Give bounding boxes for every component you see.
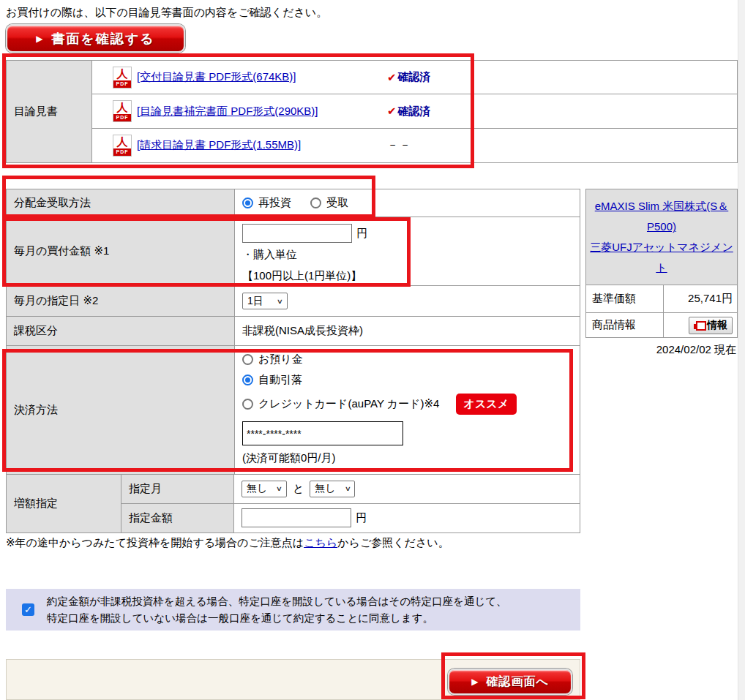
confirm-screen-button-label: 確認画面へ bbox=[486, 674, 548, 690]
radio-button-icon[interactable] bbox=[310, 197, 321, 208]
check-documents-button[interactable]: ▶ 書面を確認する bbox=[6, 24, 185, 53]
radio-button-icon[interactable] bbox=[242, 197, 253, 208]
status-confirmed: 確認済 bbox=[398, 70, 431, 84]
intro-text: お買付けの際は、以下の目論見等書面の内容をご確認ください。 bbox=[6, 6, 327, 20]
prospectus-link-hokan[interactable]: [目論見書補完書面 PDF形式(290KB)] bbox=[137, 105, 387, 118]
purchase-unit-note: ・購入単位 bbox=[242, 244, 580, 265]
tax-category-value: 非課税(NISA成長投資枠) bbox=[235, 317, 580, 345]
distribution-label: 分配金受取方法 bbox=[7, 189, 235, 217]
nav-price-value: 25,741円 bbox=[664, 285, 737, 312]
radio-credit-card[interactable]: クレジットカード(auPAY カード)※4 オススメ bbox=[242, 394, 580, 415]
start-midyear-note: ※年の途中からつみたて投資枠を開始する場合のご注意点はこちらからご参照ください。 bbox=[6, 536, 449, 550]
row-increase-amount: 指定金額 円 bbox=[121, 504, 580, 533]
agreement-checkbox[interactable]: ✓ bbox=[22, 603, 34, 616]
kochira-link[interactable]: こちら bbox=[304, 536, 337, 549]
designated-day-value: 1日 ∨ bbox=[235, 286, 580, 316]
product-info-button[interactable]: 情報 bbox=[689, 317, 733, 334]
unit-yen: 円 bbox=[356, 511, 367, 525]
increase-amount-input[interactable] bbox=[242, 508, 351, 527]
distribution-value: 再投資 受取 bbox=[235, 189, 580, 217]
check-icon: ✔ bbox=[387, 71, 397, 84]
radio-button-icon[interactable] bbox=[242, 354, 253, 365]
empty-cell bbox=[473, 94, 737, 127]
chevron-down-icon: ∨ bbox=[277, 298, 283, 305]
pdf-icon: 人 PDF bbox=[113, 67, 132, 89]
purchase-minimum-note: 【100円以上(1円単位)】 bbox=[242, 265, 580, 286]
row-designated-day: 毎月の指定日 ※2 1日 ∨ bbox=[6, 286, 580, 317]
designated-day-select[interactable]: 1日 ∨ bbox=[242, 293, 288, 309]
conjunction-text: と bbox=[293, 482, 304, 496]
order-form-table: 分配金受取方法 再投資 受取 毎月の買付金額 ※1 円 ・購入単位 【100円以… bbox=[6, 189, 580, 533]
row-tax-category: 課税区分 非課税(NISA成長投資枠) bbox=[6, 317, 580, 346]
table-row: 人 PDF [請求目論見書 PDF形式(1.55MB)] －－ bbox=[92, 129, 737, 162]
designated-day-label: 毎月の指定日 ※2 bbox=[7, 286, 235, 316]
fund-info-panel: eMAXIS Slim 米国株式(S＆P500) 三菱UFJアセットマネジメント… bbox=[585, 189, 738, 338]
fund-info-header: eMAXIS Slim 米国株式(S＆P500) 三菱UFJアセットマネジメント bbox=[586, 189, 737, 285]
increase-month-label: 指定月 bbox=[121, 475, 234, 503]
empty-cell bbox=[473, 129, 737, 162]
agreement-box: ✓ 約定金額が非課税投資枠を超える場合、特定口座を開設している場合はその特定口座… bbox=[6, 589, 580, 631]
increase-month-value: 無し ∨ と 無し ∨ bbox=[234, 475, 580, 503]
prospectus-label: 目論見書 bbox=[7, 61, 92, 162]
radio-auto-debit[interactable]: 自動引落 bbox=[242, 373, 580, 387]
payment-available-amount: (決済可能額0円/月) bbox=[242, 451, 580, 465]
increase-month-select-1[interactable]: 無し ∨ bbox=[242, 481, 287, 497]
increase-month-select-2[interactable]: 無し ∨ bbox=[310, 481, 355, 497]
product-info-label: 商品情報 bbox=[586, 313, 664, 337]
fund-name-link[interactable]: eMAXIS Slim 米国株式(S＆P500) bbox=[595, 200, 729, 233]
row-increase-month: 指定月 無し ∨ と 無し ∨ bbox=[121, 475, 580, 504]
product-info-row: 商品情報 情報 bbox=[586, 313, 737, 337]
prospectus-link-kofu[interactable]: [交付目論見書 PDF形式(674KB)] bbox=[137, 70, 387, 84]
row-increase: 増額指定 指定月 無し ∨ と 無し ∨ 指定金額 bbox=[6, 475, 580, 533]
monthly-amount-value: 円 ・購入単位 【100円以上(1円単位)】 bbox=[235, 217, 580, 285]
pdf-icon: 人 PDF bbox=[113, 100, 132, 122]
chevron-down-icon: ∨ bbox=[276, 485, 282, 492]
prospectus-cell: 人 PDF [交付目論見書 PDF形式(674KB)] ✔ 確認済 bbox=[92, 61, 473, 94]
row-payment-method: 決済方法 お預り金 自動引落 クレジットカード(auPAY カード)※4 オスス… bbox=[6, 346, 580, 475]
nav-price-row: 基準価額 25,741円 bbox=[586, 285, 737, 313]
radio-deposit[interactable]: お預り金 bbox=[242, 353, 580, 366]
row-distribution: 分配金受取方法 再投資 受取 bbox=[6, 189, 580, 217]
status-confirmed: 確認済 bbox=[398, 105, 431, 118]
increase-amount-label: 指定金額 bbox=[121, 504, 234, 533]
payment-method-label: 決済方法 bbox=[7, 346, 235, 474]
play-arrow-icon: ▶ bbox=[471, 677, 479, 687]
prospectus-cell: 人 PDF [請求目論見書 PDF形式(1.55MB)] －－ bbox=[92, 129, 473, 162]
monthly-amount-label: 毎月の買付金額 ※1 bbox=[7, 217, 235, 285]
nav-price-label: 基準価額 bbox=[586, 285, 664, 312]
play-arrow-icon: ▶ bbox=[36, 34, 44, 44]
check-documents-button-label: 書面を確認する bbox=[51, 30, 154, 48]
row-monthly-amount: 毎月の買付金額 ※1 円 ・購入単位 【100円以上(1円単位)】 bbox=[6, 217, 580, 286]
unit-yen: 円 bbox=[356, 227, 367, 239]
radio-button-icon[interactable] bbox=[242, 399, 253, 410]
radio-button-icon[interactable] bbox=[242, 375, 253, 385]
confirm-screen-button[interactable]: ▶ 確認画面へ bbox=[448, 669, 572, 695]
prospectus-cell: 人 PDF [目論見書補完書面 PDF形式(290KB)] ✔ 確認済 bbox=[92, 94, 473, 127]
table-row: 人 PDF [交付目論見書 PDF形式(674KB)] ✔ 確認済 bbox=[92, 61, 737, 94]
payment-method-value: お預り金 自動引落 クレジットカード(auPAY カード)※4 オススメ (決済… bbox=[235, 346, 580, 474]
increase-amount-value: 円 bbox=[234, 504, 580, 533]
monthly-amount-input[interactable] bbox=[242, 224, 352, 243]
status-none: －－ bbox=[387, 138, 412, 152]
card-number-input[interactable] bbox=[242, 421, 403, 445]
agreement-text: 約定金額が非課税投資枠を超える場合、特定口座を開設している場合はその特定口座を通… bbox=[47, 593, 507, 627]
radio-receive[interactable]: 受取 bbox=[310, 196, 348, 210]
windows-icon bbox=[694, 321, 704, 330]
table-row: 人 PDF [目論見書補完書面 PDF形式(290KB)] ✔ 確認済 bbox=[92, 94, 737, 128]
radio-reinvest[interactable]: 再投資 bbox=[242, 196, 291, 210]
as-of-date: 2024/02/02 現在 bbox=[585, 343, 736, 357]
check-icon: ✔ bbox=[387, 105, 397, 118]
prospectus-table: 目論見書 人 PDF [交付目論見書 PDF形式(674KB)] ✔ 確認済 人… bbox=[6, 60, 738, 163]
scrollbar[interactable] bbox=[738, 0, 745, 700]
prospectus-rows: 人 PDF [交付目論見書 PDF形式(674KB)] ✔ 確認済 人 PDF … bbox=[92, 61, 737, 162]
pdf-icon: 人 PDF bbox=[113, 135, 132, 157]
prospectus-link-seikyu[interactable]: [請求目論見書 PDF形式(1.55MB)] bbox=[137, 138, 387, 152]
empty-cell bbox=[473, 61, 737, 94]
chevron-down-icon: ∨ bbox=[344, 485, 351, 492]
recommended-badge: オススメ bbox=[456, 394, 517, 415]
tax-category-label: 課税区分 bbox=[7, 317, 235, 345]
increase-label: 増額指定 bbox=[7, 475, 121, 532]
fund-company-link[interactable]: 三菱UFJアセットマネジメント bbox=[590, 241, 733, 274]
